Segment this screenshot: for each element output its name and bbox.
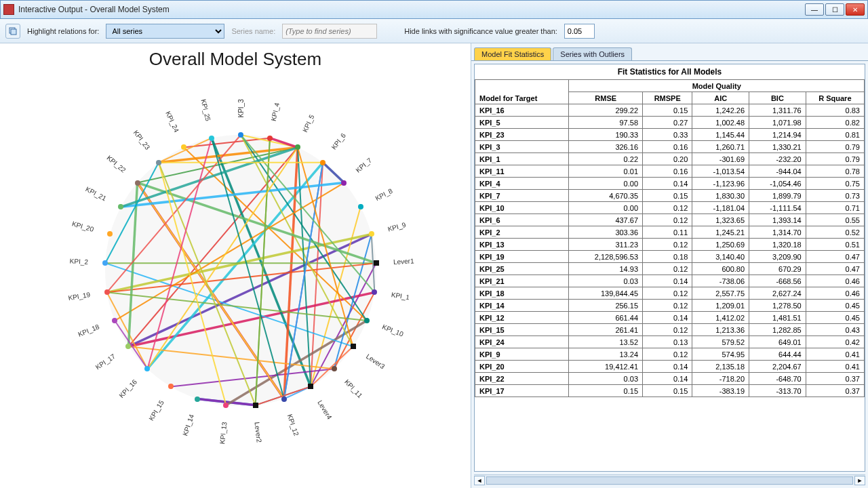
statistics-panel: Model Fit Statistics Series with Outlier… — [471, 43, 868, 488]
tab-outliers[interactable]: Series with Outliers — [553, 47, 632, 60]
node-kpi_19[interactable] — [104, 289, 110, 295]
node-label: KPI_18 — [77, 323, 100, 338]
node-kpi_17[interactable] — [125, 344, 131, 349]
svg-line-53 — [241, 135, 374, 292]
node-kpi_12[interactable] — [281, 396, 287, 402]
stats-table: Model for TargetModel QualityRMSERMSPEAI… — [475, 79, 865, 397]
table-row[interactable]: KPI_16299.220.151,242.261,311.760.83 — [475, 104, 865, 117]
table-row[interactable]: KPI_10.220.20-301.69-232.200.79 — [475, 153, 865, 165]
node-label: KPI_10 — [381, 323, 405, 338]
table-row[interactable]: KPI_40.000.14-1,123.96-1,054.460.75 — [475, 178, 865, 190]
node-label: KPI_19 — [68, 291, 91, 302]
node-label: KPI_9 — [387, 221, 406, 233]
node-kpi_2[interactable] — [102, 260, 108, 266]
svg-line-9 — [184, 138, 270, 148]
table-row[interactable]: KPI_3326.160.161,260.711,330.210.79 — [475, 141, 865, 153]
table-row[interactable]: KPI_192,128,596.530.183,140.403,209.900.… — [475, 251, 865, 263]
node-kpi_16[interactable] — [144, 366, 150, 371]
node-kpi_15[interactable] — [168, 384, 174, 389]
node-kpi_8[interactable] — [358, 204, 363, 209]
node-label: KPI_4 — [270, 102, 281, 122]
title-bar: Interactive Output - Overall Model Syste… — [0, 0, 868, 19]
svg-line-60 — [105, 163, 159, 263]
svg-line-6 — [128, 147, 298, 346]
table-row[interactable]: KPI_2514.930.12600.80670.290.47 — [475, 263, 865, 275]
window-controls: — ☐ ✕ — [805, 3, 865, 16]
table-row[interactable]: KPI_110.010.16-1,013.54-944.040.78 — [475, 165, 865, 178]
node-kpi_7[interactable] — [341, 180, 347, 186]
maximize-button[interactable]: ☐ — [825, 3, 844, 16]
table-row[interactable]: KPI_18139,844.450.122,557.752,627.240.46 — [475, 287, 865, 300]
relation-diagram[interactable]: KPI_3KPI_4KPI_5KPI_6KPI_7KPI_8KPI_9Lever… — [54, 84, 427, 457]
node-lever3[interactable] — [351, 344, 356, 349]
window-title: Interactive Output - Overall Model Syste… — [18, 5, 170, 14]
table-row[interactable]: KPI_6437.670.121,323.651,393.140.55 — [475, 214, 865, 226]
table-row[interactable]: KPI_74,670.350.151,830.301,899.790.73 — [475, 190, 865, 202]
app-icon — [3, 4, 14, 15]
node-kpi_25[interactable] — [209, 136, 214, 141]
node-kpi_5[interactable] — [295, 144, 300, 150]
highlight-label: Highlight relations for: — [27, 27, 99, 35]
table-title: Fit Statistics for All Models — [475, 64, 865, 79]
node-kpi_21[interactable] — [118, 204, 123, 209]
node-kpi_14[interactable] — [195, 396, 200, 402]
toolbar: Highlight relations for: All series Seri… — [0, 19, 868, 43]
highlight-select[interactable]: All series — [106, 24, 224, 39]
node-kpi_9[interactable] — [369, 231, 374, 237]
node-kpi_11[interactable] — [332, 366, 337, 371]
series-name-input[interactable] — [282, 24, 377, 39]
node-label: KPI_1 — [391, 291, 410, 301]
node-label: KPI_25 — [199, 99, 212, 122]
table-row[interactable]: KPI_100.000.12-1,181.04-1,111.540.71 — [475, 202, 865, 214]
node-kpi_10[interactable] — [364, 318, 370, 323]
table-row[interactable]: KPI_2019,412.410.142,135.182,204.670.41 — [475, 361, 865, 373]
node-kpi_4[interactable] — [267, 136, 273, 141]
node-label: KPI_12 — [286, 413, 300, 437]
table-row[interactable]: KPI_13311.230.121,250.691,320.180.51 — [475, 239, 865, 251]
node-kpi_20[interactable] — [107, 231, 113, 237]
table-row[interactable]: KPI_220.030.14-718.20-648.700.37 — [475, 373, 865, 385]
node-label: KPI_24 — [164, 110, 180, 133]
minimize-button[interactable]: — — [805, 3, 824, 16]
svg-rect-1 — [11, 29, 16, 35]
table-row[interactable]: KPI_913.240.12574.95644.440.41 — [475, 348, 865, 361]
node-kpi_6[interactable] — [320, 160, 326, 165]
svg-line-50 — [115, 321, 147, 369]
table-row[interactable]: KPI_170.150.15-383.19-313.700.37 — [475, 385, 865, 397]
table-row[interactable]: KPI_12661.440.141,412.021,481.510.45 — [475, 312, 865, 324]
node-label: KPI_2 — [70, 257, 89, 265]
node-kpi_24[interactable] — [181, 144, 186, 150]
node-label: KPI_8 — [374, 186, 393, 201]
series-name-label: Series name: — [231, 27, 275, 35]
table-row[interactable]: KPI_23190.330.331,145.441,214.940.81 — [475, 129, 865, 141]
significance-input[interactable] — [564, 24, 595, 39]
node-lever2[interactable] — [253, 403, 258, 408]
table-row[interactable]: KPI_14256.150.121,209.011,278.500.45 — [475, 300, 865, 312]
table-row[interactable]: KPI_597.580.271,002.481,071.980.82 — [475, 117, 865, 129]
node-kpi_1[interactable] — [372, 289, 377, 295]
node-kpi_13[interactable] — [223, 403, 229, 408]
tab-bar: Model Fit Statistics Series with Outlier… — [471, 43, 868, 61]
node-label: Lever2 — [254, 422, 263, 443]
node-kpi_18[interactable] — [112, 318, 117, 323]
node-kpi_22[interactable] — [135, 180, 140, 186]
tab-model-fit[interactable]: Model Fit Statistics — [474, 47, 551, 60]
table-row[interactable]: KPI_210.030.14-738.06-668.560.46 — [475, 275, 865, 287]
scroll-thumb[interactable] — [486, 476, 853, 485]
svg-line-45 — [323, 163, 344, 183]
scroll-left-icon[interactable]: ◄ — [474, 476, 485, 485]
node-lever1[interactable] — [374, 260, 379, 266]
horizontal-scrollbar[interactable]: ◄ ► — [474, 474, 865, 485]
scroll-right-icon[interactable]: ► — [854, 476, 865, 485]
close-button[interactable]: ✕ — [846, 3, 865, 16]
node-lever4[interactable] — [308, 384, 313, 389]
node-label: Lever1 — [393, 257, 414, 266]
copy-icon[interactable] — [5, 24, 20, 39]
node-kpi_3[interactable] — [238, 132, 243, 138]
table-row[interactable]: KPI_15261.410.121,213.361,282.850.43 — [475, 324, 865, 336]
node-kpi_23[interactable] — [156, 160, 161, 165]
table-row[interactable]: KPI_2303.360.111,245.211,314.700.52 — [475, 226, 865, 239]
table-row[interactable]: KPI_2413.520.13579.52649.010.42 — [475, 336, 865, 348]
node-label: KPI_14 — [181, 413, 195, 437]
diagram-panel: Overall Model System KPI_3KPI_4KPI_5KPI_… — [0, 43, 471, 488]
